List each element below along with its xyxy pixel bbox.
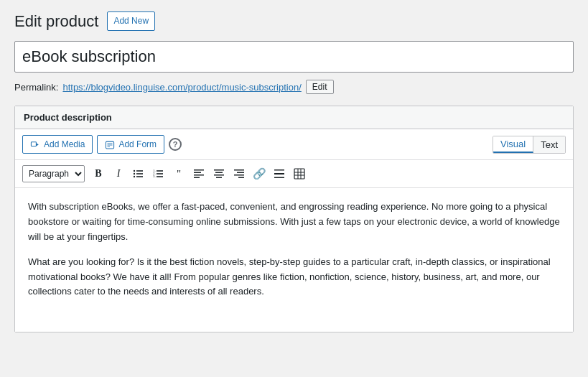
add-media-button[interactable]: Add Media [22, 135, 93, 154]
svg-rect-28 [234, 174, 244, 176]
italic-button[interactable]: I [109, 164, 128, 183]
svg-rect-17 [157, 177, 163, 178]
svg-rect-23 [215, 172, 223, 174]
product-description-header: Product description [15, 106, 573, 129]
add-media-label: Add Media [44, 139, 85, 149]
ordered-list-button[interactable]: 1.2.3. [149, 164, 168, 183]
table-icon [294, 168, 305, 180]
align-left-icon [193, 168, 205, 180]
add-form-label: Add Form [118, 139, 157, 149]
svg-rect-29 [238, 177, 244, 179]
svg-point-8 [134, 173, 135, 174]
svg-rect-32 [274, 177, 284, 179]
svg-rect-9 [136, 174, 143, 175]
ul-icon [133, 168, 144, 180]
svg-text:3.: 3. [153, 174, 156, 178]
svg-rect-19 [194, 172, 201, 174]
svg-rect-26 [234, 169, 244, 171]
editor-toolbar-format: Paragraph B I 1.2.3. " 🔗 [15, 160, 573, 188]
visual-text-toggle: Visual Text [493, 136, 566, 154]
ol-icon: 1.2.3. [153, 168, 164, 180]
align-center-icon [213, 168, 225, 180]
svg-rect-22 [214, 169, 224, 171]
blockquote-button[interactable]: " [169, 164, 188, 183]
svg-rect-27 [237, 172, 244, 174]
horizontal-rule-button[interactable] [270, 164, 289, 183]
paragraph-select[interactable]: Paragraph [22, 165, 85, 182]
svg-rect-7 [136, 171, 143, 172]
svg-rect-20 [194, 174, 204, 176]
add-media-icon [30, 139, 40, 150]
align-left-button[interactable] [190, 164, 208, 183]
add-form-icon [105, 139, 115, 150]
table-button[interactable] [290, 164, 309, 183]
svg-rect-25 [216, 177, 222, 179]
svg-point-6 [134, 170, 135, 172]
add-form-button[interactable]: Add Form [97, 135, 164, 154]
svg-marker-1 [36, 144, 39, 146]
editor-toolbar-top: Add Media Add Form ? Visual Text [15, 129, 573, 160]
align-center-button[interactable] [210, 164, 228, 183]
unordered-list-button[interactable] [129, 164, 148, 183]
add-media-svg-icon [30, 140, 40, 150]
align-right-button[interactable] [230, 164, 248, 183]
hr-icon [274, 168, 285, 180]
svg-rect-13 [157, 171, 163, 172]
toolbar-left: Add Media Add Form ? [22, 135, 182, 154]
add-form-svg-icon [105, 140, 115, 150]
permalink-row: Permalink: https://blogvideo.linguise.co… [14, 80, 574, 94]
svg-point-10 [134, 176, 135, 177]
link-button[interactable]: 🔗 [250, 164, 269, 183]
permalink-url[interactable]: https://blogvideo.linguise.com/product/m… [62, 82, 301, 93]
svg-rect-24 [214, 174, 224, 176]
svg-rect-33 [294, 169, 304, 179]
svg-rect-31 [274, 173, 284, 174]
content-paragraph-2: What are you looking for? Is it the best… [28, 255, 560, 299]
align-right-icon [233, 168, 245, 180]
permalink-label: Permalink: [14, 82, 58, 93]
svg-rect-18 [194, 169, 204, 171]
svg-rect-15 [157, 174, 163, 175]
bold-button[interactable]: B [89, 164, 108, 183]
visual-tab[interactable]: Visual [493, 136, 533, 153]
product-title-input[interactable] [14, 41, 574, 73]
permalink-edit-button[interactable]: Edit [306, 80, 334, 94]
svg-rect-0 [31, 142, 36, 146]
page-title-row: Edit product Add New [14, 11, 574, 31]
content-paragraph-1: With subscription eBooks, we offer a fas… [28, 200, 560, 244]
product-description-box: Product description Add Media [14, 106, 574, 332]
svg-rect-11 [136, 177, 143, 178]
svg-rect-30 [274, 169, 284, 171]
page-title: Edit product [14, 12, 98, 31]
help-icon[interactable]: ? [169, 138, 182, 151]
add-new-button[interactable]: Add New [107, 11, 155, 31]
editor-content-area[interactable]: With subscription eBooks, we offer a fas… [15, 188, 573, 332]
svg-rect-21 [194, 177, 200, 179]
text-tab[interactable]: Text [533, 136, 565, 153]
